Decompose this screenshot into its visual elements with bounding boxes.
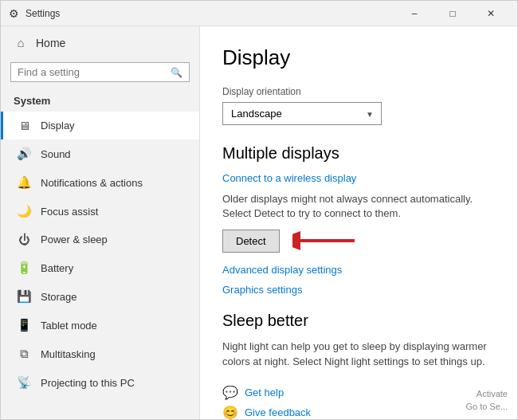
sidebar-item-notifications[interactable]: 🔔 Notifications & actions xyxy=(1,168,199,197)
sidebar-item-storage[interactable]: 💾 Storage xyxy=(1,282,199,311)
sleep-section: Sleep better Night light can help you ge… xyxy=(222,312,495,368)
advanced-settings-link[interactable]: Advanced display settings xyxy=(222,264,495,276)
sidebar-item-label: Battery xyxy=(41,262,73,274)
main-wrapper: Display Display orientation Landscape Po… xyxy=(200,26,517,419)
search-input[interactable] xyxy=(18,66,166,78)
sidebar-item-label: Multitasking xyxy=(41,348,96,360)
sidebar-item-label: Focus assist xyxy=(41,206,98,218)
notifications-icon: 🔔 xyxy=(17,175,31,190)
sidebar-item-multitasking[interactable]: ⧉ Multitasking xyxy=(1,340,199,368)
display-icon: 🖥 xyxy=(17,119,31,132)
search-icon: 🔍 xyxy=(171,67,182,78)
settings-icon: ⚙ xyxy=(9,7,19,20)
sidebar-item-projecting[interactable]: 📡 Projecting to this PC xyxy=(1,368,199,397)
sidebar-item-sound[interactable]: 🔊 Sound xyxy=(1,139,199,168)
feedback-icon: 😊 xyxy=(222,405,238,419)
sidebar-item-label: Notifications & actions xyxy=(41,177,143,189)
help-area: 💬 Get help 😊 Give feedback xyxy=(222,385,495,419)
arrow-indicator xyxy=(292,229,356,253)
sidebar-item-label: Sound xyxy=(41,148,71,160)
maximize-button[interactable]: □ xyxy=(434,1,471,26)
home-label: Home xyxy=(36,37,65,49)
get-help-link[interactable]: Get help xyxy=(245,387,284,398)
multiple-displays-title: Multiple displays xyxy=(222,144,495,163)
content-area: ⌂ Home 🔍 System 🖥 Display 🔊 Sound 🔔 Noti… xyxy=(1,26,517,419)
get-help-item: 💬 Get help xyxy=(222,385,495,400)
detect-description: Older displays might not always connect … xyxy=(222,192,495,221)
give-feedback-item: 😊 Give feedback xyxy=(222,405,495,419)
sidebar-item-label: Power & sleep xyxy=(41,234,108,245)
sidebar-item-label: Display xyxy=(41,120,75,131)
system-label: System xyxy=(1,90,199,112)
sleep-description: Night light can help you get to sleep by… xyxy=(222,340,495,368)
detect-area: Detect xyxy=(222,229,495,253)
give-feedback-link[interactable]: Give feedback xyxy=(245,406,311,418)
orientation-label: Display orientation xyxy=(222,86,495,97)
sidebar-item-label: Projecting to this PC xyxy=(41,377,135,389)
close-button[interactable]: ✕ xyxy=(473,1,509,26)
sidebar: ⌂ Home 🔍 System 🖥 Display 🔊 Sound 🔔 Noti… xyxy=(1,26,200,419)
home-nav-item[interactable]: ⌂ Home xyxy=(1,26,199,59)
titlebar-controls: – □ ✕ xyxy=(396,1,509,26)
tablet-icon: 📱 xyxy=(17,318,31,332)
sound-icon: 🔊 xyxy=(17,147,31,161)
sidebar-item-display[interactable]: 🖥 Display xyxy=(1,112,199,139)
sidebar-item-label: Storage xyxy=(41,291,77,303)
window-title: Settings xyxy=(26,8,60,19)
sidebar-item-label: Tablet mode xyxy=(41,320,97,332)
sidebar-item-focus[interactable]: 🌙 Focus assist xyxy=(1,197,199,226)
storage-icon: 💾 xyxy=(17,289,31,304)
sleep-better-title: Sleep better xyxy=(222,312,495,330)
main-content: Display Display orientation Landscape Po… xyxy=(200,26,517,419)
activate-watermark: ActivateGo to Se... xyxy=(465,388,508,413)
sidebar-item-power[interactable]: ⏻ Power & sleep xyxy=(1,226,199,253)
sidebar-item-tablet[interactable]: 📱 Tablet mode xyxy=(1,311,199,340)
connect-wireless-link[interactable]: Connect to a wireless display xyxy=(222,172,495,184)
orientation-dropdown[interactable]: Landscape Portrait Landscape (flipped) P… xyxy=(222,102,382,125)
titlebar: ⚙ Settings – □ ✕ xyxy=(1,1,517,26)
page-title: Display xyxy=(222,45,495,70)
power-icon: ⏻ xyxy=(17,233,31,246)
search-box[interactable]: 🔍 xyxy=(10,62,190,82)
projecting-icon: 📡 xyxy=(17,375,31,390)
titlebar-left: ⚙ Settings xyxy=(9,7,60,20)
help-icon: 💬 xyxy=(222,385,238,400)
sidebar-item-battery[interactable]: 🔋 Battery xyxy=(1,253,199,282)
home-icon: ⌂ xyxy=(14,36,28,49)
orientation-dropdown-wrapper[interactable]: Landscape Portrait Landscape (flipped) P… xyxy=(222,102,382,125)
settings-window: ⚙ Settings – □ ✕ ⌂ Home 🔍 System 🖥 Displ… xyxy=(0,0,518,420)
focus-icon: 🌙 xyxy=(17,204,31,218)
arrow-wrapper xyxy=(292,229,356,253)
battery-icon: 🔋 xyxy=(17,261,31,275)
minimize-button[interactable]: – xyxy=(396,1,433,26)
graphics-settings-link[interactable]: Graphics settings xyxy=(222,284,495,296)
multitasking-icon: ⧉ xyxy=(17,347,31,361)
detect-button[interactable]: Detect xyxy=(222,230,280,253)
